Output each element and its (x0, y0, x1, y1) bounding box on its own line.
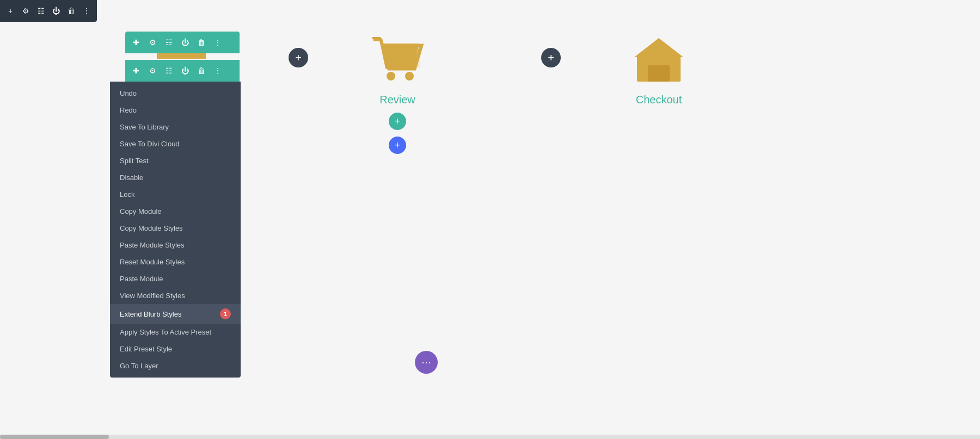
menu-item-view-modified[interactable]: View Modified Styles (110, 287, 241, 304)
top-power-icon[interactable]: ⏻ (50, 4, 62, 17)
checkout-label: Checkout (636, 94, 682, 106)
store-icon (632, 33, 686, 87)
cart-icon (370, 33, 425, 87)
mod-more-icon[interactable]: ⋮ (211, 36, 224, 49)
mod-columns-icon[interactable]: ☷ (162, 36, 175, 49)
review-add-btn-blue[interactable]: + (389, 137, 406, 154)
menu-item-label: View Modified Styles (120, 292, 185, 300)
svg-rect-6 (637, 56, 681, 63)
menu-item-apply-preset[interactable]: Apply Styles To Active Preset (110, 324, 241, 341)
menu-item-label: Redo (120, 106, 137, 114)
top-settings-icon[interactable]: ⚙ (20, 4, 32, 17)
checkout-section: Checkout (632, 33, 686, 106)
review-add-btn-teal[interactable]: + (389, 113, 406, 130)
context-menu: Undo Redo Save To Library Save To Divi C… (110, 82, 241, 378)
inner-move-icon[interactable]: ✚ (130, 64, 143, 77)
top-columns-icon[interactable]: ☷ (35, 4, 47, 17)
menu-item-label: Reset Module Styles (120, 258, 185, 266)
top-more-icon[interactable]: ⋮ (81, 4, 93, 17)
menu-item-label: Go To Layer (120, 362, 158, 370)
menu-item-label: Apply Styles To Active Preset (120, 328, 211, 336)
review-section: Review + + (370, 33, 425, 154)
mod-trash-icon[interactable]: 🗑 (195, 36, 208, 49)
menu-item-reset-styles[interactable]: Reset Module Styles (110, 253, 241, 270)
extend-blurb-badge: 1 (220, 308, 231, 319)
menu-item-copy-styles[interactable]: Copy Module Styles (110, 220, 241, 237)
inner-power-icon[interactable]: ⏻ (179, 64, 192, 77)
menu-item-label: Paste Module Styles (120, 241, 185, 249)
menu-item-label: Save To Divi Cloud (120, 140, 180, 148)
menu-item-label: Copy Module Styles (120, 224, 183, 232)
module-toolbar-inner: ✚ ⚙ ☷ ⏻ 🗑 ⋮ (125, 60, 240, 82)
bottom-scrollbar[interactable] (0, 435, 980, 439)
inner-trash-icon[interactable]: 🗑 (195, 64, 208, 77)
menu-item-label: Disable (120, 174, 143, 182)
menu-item-lock[interactable]: Lock (110, 186, 241, 203)
svg-point-1 (387, 72, 395, 81)
menu-item-label: Split Test (120, 157, 149, 165)
menu-item-label: Save To Library (120, 123, 169, 131)
menu-item-paste-module[interactable]: Paste Module (110, 270, 241, 287)
menu-item-label: Edit Preset Style (120, 345, 172, 353)
menu-item-redo[interactable]: Redo (110, 102, 241, 119)
menu-item-paste-styles[interactable]: Paste Module Styles (110, 237, 241, 253)
menu-item-undo[interactable]: Undo (110, 85, 241, 102)
menu-item-save-library[interactable]: Save To Library (110, 119, 241, 135)
top-toolbar: + ⚙ ☷ ⏻ 🗑 ⋮ (0, 0, 97, 22)
dots-icon: ⋯ (421, 356, 432, 368)
svg-marker-4 (634, 38, 683, 57)
menu-item-label: Lock (120, 190, 134, 199)
menu-item-save-cloud[interactable]: Save To Divi Cloud (110, 135, 241, 152)
inner-settings-icon[interactable]: ⚙ (146, 64, 159, 77)
add-btn-left[interactable]: + (289, 48, 308, 67)
menu-item-label: Copy Module (120, 207, 162, 215)
svg-point-2 (405, 72, 414, 81)
scrollbar-thumb[interactable] (0, 435, 109, 439)
svg-rect-5 (648, 65, 670, 82)
top-trash-icon[interactable]: 🗑 (65, 4, 77, 17)
menu-item-label: Extend Blurb Styles (120, 310, 181, 318)
menu-item-copy-module[interactable]: Copy Module (110, 203, 241, 220)
inner-more-icon[interactable]: ⋮ (211, 64, 224, 77)
menu-item-edit-preset[interactable]: Edit Preset Style (110, 341, 241, 357)
menu-item-label: Undo (120, 89, 137, 97)
menu-item-label: Paste Module (120, 275, 163, 283)
menu-item-go-to-layer[interactable]: Go To Layer (110, 357, 241, 374)
menu-item-extend-blurb[interactable]: Extend Blurb Styles 1 (110, 304, 241, 324)
menu-item-split-test[interactable]: Split Test (110, 152, 241, 169)
canvas: + ⚙ ☷ ⏻ 🗑 ⋮ ✚ ⚙ ☷ ⏻ 🗑 ⋮ ✚ ⚙ ☷ ⏻ 🗑 ⋮ Undo… (0, 0, 980, 439)
inner-columns-icon[interactable]: ☷ (162, 64, 175, 77)
menu-item-disable[interactable]: Disable (110, 169, 241, 186)
module-toolbar-top: ✚ ⚙ ☷ ⏻ 🗑 ⋮ (125, 32, 240, 53)
mod-move-icon[interactable]: ✚ (130, 36, 143, 49)
review-label: Review (379, 94, 415, 106)
mod-settings-icon[interactable]: ⚙ (146, 36, 159, 49)
mod-power-icon[interactable]: ⏻ (179, 36, 192, 49)
dots-menu-button[interactable]: ⋯ (415, 351, 438, 374)
top-add-icon[interactable]: + (4, 4, 16, 17)
add-btn-center[interactable]: + (541, 48, 561, 67)
